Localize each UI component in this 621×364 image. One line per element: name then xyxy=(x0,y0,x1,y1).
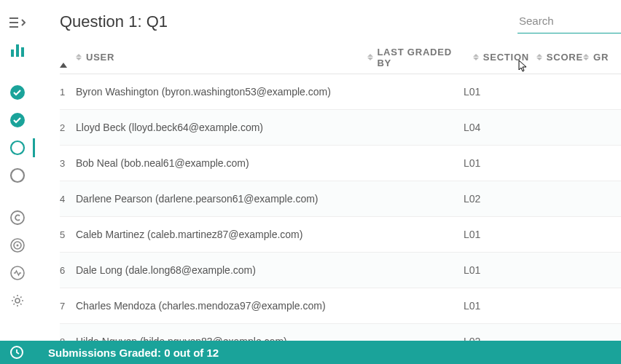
row-section: L02 xyxy=(464,336,529,341)
sidebar-target[interactable] xyxy=(0,232,35,259)
progress-circle-icon xyxy=(9,345,24,360)
row-index: 2 xyxy=(60,122,76,133)
submissions-table: USER LAST GRADED BY SECTION SCORE GR 1By… xyxy=(35,41,621,341)
sort-icon xyxy=(536,54,544,60)
main-content: Question 1: Q1 USER LAST GRADED BY SECTI… xyxy=(35,0,621,341)
sidebar-check-2[interactable] xyxy=(0,106,35,134)
svg-point-7 xyxy=(11,211,24,224)
page-title: Question 1: Q1 xyxy=(60,12,168,31)
row-user: Dale Long (dale.long68@example.com) xyxy=(76,264,367,276)
row-section: L01 xyxy=(464,229,529,240)
col-last-graded-by[interactable]: LAST GRADED BY xyxy=(367,47,464,68)
row-section: L01 xyxy=(464,86,529,98)
row-index: 6 xyxy=(60,265,76,276)
row-user: Lloyd Beck (lloyd.beck64@example.com) xyxy=(76,122,367,133)
col-section[interactable]: SECTION xyxy=(464,52,529,63)
table-row[interactable]: 3Bob Neal (bob.neal61@example.com)L01 xyxy=(60,146,621,181)
sidebar xyxy=(0,0,35,364)
copyright-icon xyxy=(10,210,25,225)
row-user: Caleb Martinez (caleb.martinez87@example… xyxy=(76,229,367,240)
svg-point-10 xyxy=(17,245,19,247)
svg-point-6 xyxy=(11,169,24,182)
check-circle-icon xyxy=(9,84,26,100)
col-section-label: SECTION xyxy=(483,52,529,63)
bar-chart-icon xyxy=(10,44,25,57)
col-score[interactable]: SCORE xyxy=(529,52,583,63)
sidebar-check-1[interactable] xyxy=(0,79,35,106)
svg-rect-2 xyxy=(21,47,24,57)
col-user[interactable]: USER xyxy=(76,52,367,63)
table-body: 1Byron Washington (byron.washington53@ex… xyxy=(60,74,621,341)
row-index: 7 xyxy=(60,301,76,312)
search-wrap xyxy=(518,10,621,33)
table-header-row: USER LAST GRADED BY SECTION SCORE GR xyxy=(60,41,621,74)
header: Question 1: Q1 xyxy=(35,0,621,41)
row-index: 5 xyxy=(60,229,76,240)
row-user: Darlene Pearson (darlene.pearson61@examp… xyxy=(76,193,367,205)
sidebar-menu-toggle[interactable] xyxy=(0,9,35,36)
row-section: L02 xyxy=(464,193,529,205)
row-index: 3 xyxy=(60,158,76,169)
col-lgb-label: LAST GRADED BY xyxy=(377,47,464,68)
row-index: 1 xyxy=(60,87,76,98)
row-user: Hilda Nguyen (hilda.nguyen83@example.com… xyxy=(76,336,367,341)
target-icon xyxy=(10,238,25,253)
row-section: L01 xyxy=(464,157,529,169)
search-input[interactable] xyxy=(518,10,621,33)
menu-icon xyxy=(9,17,26,28)
row-section: L01 xyxy=(464,300,529,312)
table-row[interactable]: 7Charles Mendoza (charles.mendoza97@exam… xyxy=(60,288,621,324)
row-section: L01 xyxy=(464,264,529,276)
col-user-label: USER xyxy=(86,52,114,63)
col-gr[interactable]: GR xyxy=(583,52,609,63)
table-row[interactable]: 4Darlene Pearson (darlene.pearson61@exam… xyxy=(60,181,621,217)
sort-icon xyxy=(367,54,374,60)
sidebar-circle-1[interactable] xyxy=(0,134,35,162)
table-row[interactable]: 8Hilda Nguyen (hilda.nguyen83@example.co… xyxy=(60,324,621,341)
sort-icon xyxy=(473,54,480,60)
footer-text: Submissions Graded: 0 out of 12 xyxy=(48,347,219,359)
sidebar-activity[interactable] xyxy=(0,259,35,287)
table-row[interactable]: 6Dale Long (dale.long68@example.com)L01 xyxy=(60,253,621,288)
sort-icon xyxy=(76,54,83,60)
row-index: 4 xyxy=(60,194,76,205)
footer-bar: Submissions Graded: 0 out of 12 xyxy=(0,341,621,364)
row-section: L04 xyxy=(464,122,529,133)
circle-outline-icon xyxy=(9,167,26,183)
gear-icon xyxy=(10,293,25,308)
sidebar-circle-2[interactable] xyxy=(0,162,35,189)
activity-circle-icon xyxy=(10,266,25,280)
sidebar-stats[interactable] xyxy=(0,36,35,64)
svg-rect-1 xyxy=(16,44,19,57)
svg-point-5 xyxy=(11,141,24,154)
col-score-label: SCORE xyxy=(547,52,583,63)
footer-progress[interactable] xyxy=(7,345,26,360)
svg-rect-0 xyxy=(11,50,14,57)
table-row[interactable]: 5Caleb Martinez (caleb.martinez87@exampl… xyxy=(60,217,621,253)
col-gr-label: GR xyxy=(593,52,609,63)
table-row[interactable]: 1Byron Washington (byron.washington53@ex… xyxy=(60,74,621,110)
check-circle-icon xyxy=(9,112,26,128)
sidebar-rubric[interactable] xyxy=(0,204,35,232)
sidebar-settings[interactable] xyxy=(0,287,35,314)
sort-icon xyxy=(583,54,590,60)
circle-outline-icon xyxy=(9,140,26,156)
svg-point-12 xyxy=(15,298,20,303)
table-row[interactable]: 2Lloyd Beck (lloyd.beck64@example.com)L0… xyxy=(60,110,621,146)
row-user: Charles Mendoza (charles.mendoza97@examp… xyxy=(76,300,367,312)
row-user: Bob Neal (bob.neal61@example.com) xyxy=(76,157,367,169)
col-sort-active[interactable] xyxy=(60,52,76,63)
row-user: Byron Washington (byron.washington53@exa… xyxy=(76,86,367,98)
